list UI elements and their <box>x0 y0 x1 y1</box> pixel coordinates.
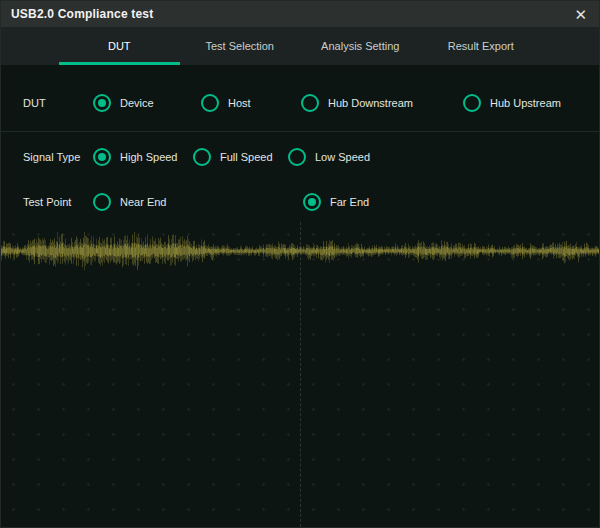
settings-form: DUT DeviceHostHub DownstreamHub Upstream… <box>1 65 599 222</box>
tab-bar: DUTTest SelectionAnalysis SettingResult … <box>1 27 599 65</box>
dut-row: DUT DeviceHostHub DownstreamHub Upstream <box>1 75 599 131</box>
radio-icon <box>301 94 319 112</box>
radio-option-near-end[interactable]: Near End <box>93 193 303 211</box>
radio-option-device[interactable]: Device <box>93 94 201 112</box>
radio-label: High Speed <box>120 151 178 163</box>
radio-option-host[interactable]: Host <box>201 94 301 112</box>
waveform-display <box>1 222 599 527</box>
close-icon[interactable]: ✕ <box>574 7 587 22</box>
radio-label: Hub Upstream <box>490 97 561 109</box>
radio-label: Near End <box>120 196 166 208</box>
radio-icon <box>201 94 219 112</box>
dut-row-label: DUT <box>1 97 93 109</box>
tab-test-selection[interactable]: Test Selection <box>180 27 301 65</box>
center-graticule-line <box>300 222 301 527</box>
radio-option-full-speed[interactable]: Full Speed <box>193 148 288 166</box>
radio-icon <box>193 148 211 166</box>
radio-icon <box>463 94 481 112</box>
dialog-title: USB2.0 Compliance test <box>11 7 574 21</box>
radio-selected-icon <box>93 148 111 166</box>
radio-label: Far End <box>330 196 369 208</box>
test-point-row-label: Test Point <box>1 196 93 208</box>
radio-label: Host <box>228 97 251 109</box>
radio-option-far-end[interactable]: Far End <box>303 193 369 211</box>
radio-option-hub-upstream[interactable]: Hub Upstream <box>463 94 561 112</box>
signal-type-row: Signal Type High SpeedFull SpeedLow Spee… <box>1 132 599 182</box>
radio-option-hub-downstream[interactable]: Hub Downstream <box>301 94 463 112</box>
radio-icon <box>288 148 306 166</box>
tab-result-export[interactable]: Result Export <box>421 27 542 65</box>
radio-option-high-speed[interactable]: High Speed <box>93 148 193 166</box>
signal-type-row-label: Signal Type <box>1 151 93 163</box>
radio-option-low-speed[interactable]: Low Speed <box>288 148 370 166</box>
titlebar: USB2.0 Compliance test ✕ <box>1 1 599 27</box>
tab-dut[interactable]: DUT <box>59 27 180 65</box>
radio-icon <box>93 193 111 211</box>
radio-label: Full Speed <box>220 151 273 163</box>
test-point-options: Near EndFar End <box>93 193 369 211</box>
radio-selected-icon <box>303 193 321 211</box>
dut-options: DeviceHostHub DownstreamHub Upstream <box>93 94 561 112</box>
test-point-row: Test Point Near EndFar End <box>1 182 599 222</box>
usb-compliance-dialog: USB2.0 Compliance test ✕ DUTTest Selecti… <box>0 0 600 528</box>
tab-analysis-setting[interactable]: Analysis Setting <box>300 27 421 65</box>
radio-label: Hub Downstream <box>328 97 413 109</box>
radio-label: Device <box>120 97 154 109</box>
signal-type-options: High SpeedFull SpeedLow Speed <box>93 148 370 166</box>
radio-selected-icon <box>93 94 111 112</box>
radio-label: Low Speed <box>315 151 370 163</box>
